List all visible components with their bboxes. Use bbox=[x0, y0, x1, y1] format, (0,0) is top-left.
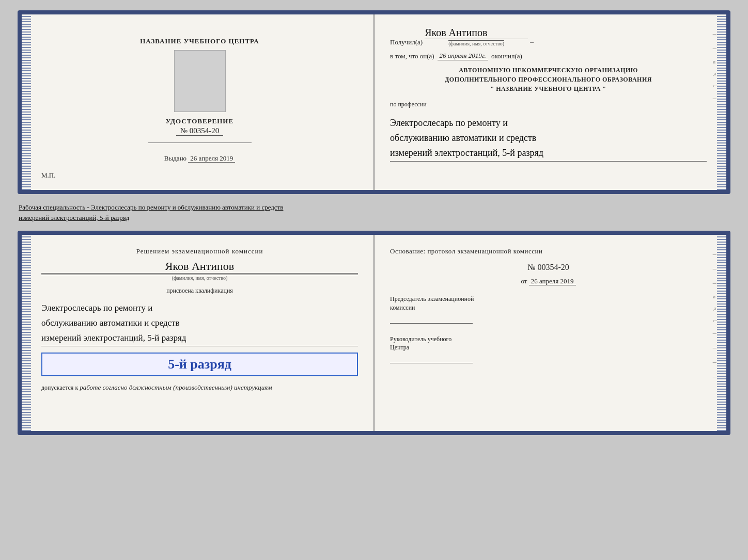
top-left-panel: НАЗВАНИЕ УЧЕБНОГО ЦЕНТРА УДОСТОВЕРЕНИЕ №… bbox=[22, 14, 375, 190]
qual-line1: Электрослесарь по ремонту и bbox=[41, 301, 358, 316]
qual-line2: обслуживанию автоматики и средств bbox=[41, 316, 358, 331]
bottom-left-panel: Решением экзаменационной комиссии Яков А… bbox=[22, 235, 375, 431]
recipient-line: Получил(а) Яков Антипов (фамилия, имя, о… bbox=[390, 27, 707, 46]
ot-date-value: 26 апреля 2019 bbox=[529, 277, 576, 285]
udostoverenie-block: УДОСТОВЕРЕНИЕ № 00354-20 bbox=[166, 117, 233, 136]
photo-placeholder bbox=[174, 50, 226, 112]
side-dashes-bottom: – – – и ,а ‹– – – – – bbox=[713, 250, 717, 381]
okonchill-label: окончил(а) bbox=[491, 52, 522, 60]
vydano-date: 26 апреля 2019 bbox=[188, 154, 235, 163]
poluchil-label: Получил(а) bbox=[390, 38, 423, 46]
bottom-document-card: Решением экзаменационной комиссии Яков А… bbox=[18, 231, 730, 435]
predsedatel-title: Председатель экзаменационной комиссии bbox=[390, 295, 707, 312]
vtom-prefix: в том, что он(а) bbox=[390, 52, 434, 60]
predsedatel-sign-line bbox=[390, 314, 473, 324]
org-line3: " НАЗВАНИЕ УЧЕБНОГО ЦЕНТРА " bbox=[390, 84, 707, 93]
fio-sublabel-top: (фамилия, имя, отчество) bbox=[448, 40, 504, 46]
udostoverenie-label: УДОСТОВЕРЕНИЕ bbox=[166, 117, 233, 125]
ot-label: от bbox=[521, 277, 527, 285]
ot-date-line: от 26 апреля 2019 bbox=[390, 277, 707, 285]
qual-line3: измерений электростанций, 5-й разряд bbox=[41, 331, 358, 346]
reshenie-title: Решением экзаменационной комиссии bbox=[41, 247, 358, 255]
po-professii-label: по профессии bbox=[390, 101, 707, 108]
udostoverenie-num: № 00354-20 bbox=[176, 126, 224, 136]
rukov-sign-line bbox=[390, 354, 473, 363]
vydano-line: Выдано 26 апреля 2019 bbox=[164, 154, 235, 163]
bottom-name: Яков Антипов bbox=[41, 260, 358, 274]
profession-line3: измерений электростанций, 5-й разряд bbox=[390, 146, 707, 161]
mp-label: М.П. bbox=[41, 171, 55, 180]
rukov-subtitle: Центра bbox=[390, 344, 409, 351]
predsedatel-subtitle: комиссии bbox=[390, 304, 415, 311]
protocol-num: № 00354-20 bbox=[390, 263, 707, 272]
org-line1: АВТОНОМНУЮ НЕКОММЕРЧЕСКУЮ ОРГАНИЗАЦИЮ bbox=[390, 66, 707, 75]
bottom-right-panel: Основание: протокол экзаменационной коми… bbox=[375, 235, 726, 431]
predsedatel-title-text: Председатель экзаменационной bbox=[390, 295, 474, 302]
rukov-title-text: Руководитель учебного bbox=[390, 335, 451, 343]
top-center-title: НАЗВАНИЕ УЧЕБНОГО ЦЕНТРА bbox=[140, 37, 259, 45]
prisvoena-label: присвоена квалификация bbox=[41, 287, 358, 295]
rukov-block: Руководитель учебного Центра bbox=[390, 335, 707, 364]
rukov-title: Руководитель учебного Центра bbox=[390, 335, 707, 353]
dopuskaetsya-prefix: допускается к bbox=[41, 384, 78, 391]
org-line2: ДОПОЛНИТЕЛЬНОГО ПРОФЕССИОНАЛЬНОГО ОБРАЗО… bbox=[390, 75, 707, 84]
osnovanie-title: Основание: протокол экзаменационной коми… bbox=[390, 247, 707, 255]
vydano-label: Выдано bbox=[164, 154, 186, 162]
middle-text-line1: Рабочая специальность - Электрослесарь п… bbox=[19, 203, 283, 211]
side-dashes-top: – – и ,а ‹– – bbox=[713, 30, 717, 103]
profession-line2: обслуживанию автоматики и средств bbox=[390, 131, 707, 146]
top-document-card: НАЗВАНИЕ УЧЕБНОГО ЦЕНТРА УДОСТОВЕРЕНИЕ №… bbox=[18, 10, 730, 194]
middle-text-line2: измерений электростанций, 5-й разряд bbox=[19, 214, 129, 221]
recipient-name: Яков Антипов bbox=[425, 27, 528, 39]
qualification-text: Электрослесарь по ремонту и обслуживанию… bbox=[41, 301, 358, 346]
vtom-line: в том, что он(а) 26 апреля 2019г. окончи… bbox=[390, 52, 707, 60]
vtom-date: 26 апреля 2019г. bbox=[438, 52, 488, 60]
fio-sublabel-bottom: (фамилия, имя, отчество) bbox=[41, 275, 358, 281]
bottom-name-block: Яков Антипов (фамилия, имя, отчество) bbox=[41, 260, 358, 281]
profession-text: Электрослесарь по ремонту и обслуживанию… bbox=[390, 116, 707, 162]
org-block: АВТОНОМНУЮ НЕКОММЕРЧЕСКУЮ ОРГАНИЗАЦИЮ ДО… bbox=[390, 66, 707, 93]
predsedatel-block: Председатель экзаменационной комиссии bbox=[390, 295, 707, 324]
dopuskaetsya-line: допускается к работе согласно должностны… bbox=[41, 383, 358, 392]
middle-text-block: Рабочая специальность - Электрослесарь п… bbox=[18, 200, 730, 225]
razryad-badge: 5-й разряд bbox=[41, 353, 358, 376]
top-right-panel: Получил(а) Яков Антипов (фамилия, имя, о… bbox=[375, 14, 726, 190]
profession-line1: Электрослесарь по ремонту и bbox=[390, 116, 707, 131]
dopuskaetsya-italic: работе согласно должностным (производств… bbox=[80, 383, 272, 391]
